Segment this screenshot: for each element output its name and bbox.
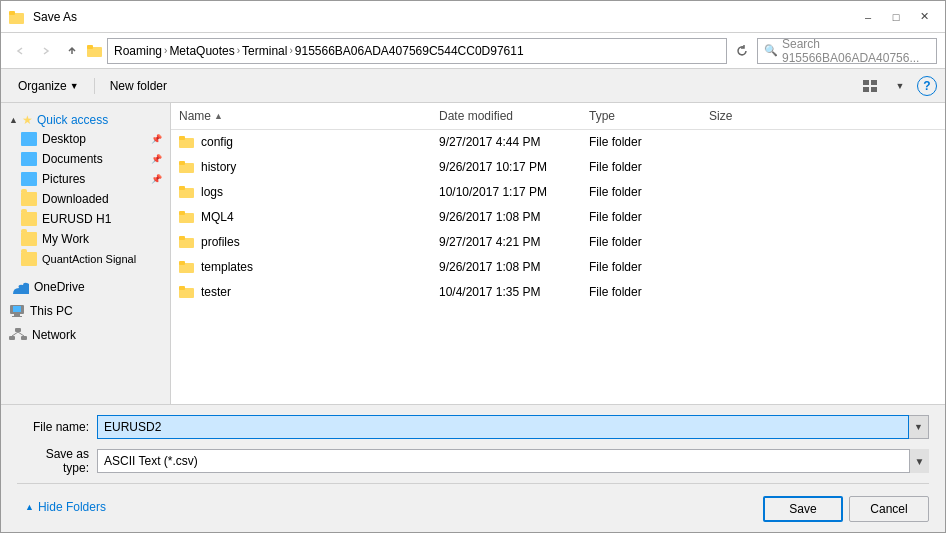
quantaction-folder-icon	[21, 252, 37, 266]
file-date: 9/27/2017 4:44 PM	[431, 133, 581, 151]
sidebar-mywork-label: My Work	[42, 232, 89, 246]
view-grid-button[interactable]	[857, 74, 883, 98]
table-row[interactable]: logs 10/10/2017 1:17 PM File folder	[171, 180, 945, 205]
new-folder-button[interactable]: New folder	[101, 74, 176, 98]
collapse-icon: ▲	[9, 115, 18, 125]
sidebar-pictures-label: Pictures	[42, 172, 85, 186]
title-bar-left: Save As	[9, 9, 77, 25]
minimize-button[interactable]: –	[855, 7, 881, 27]
sidebar-onedrive-label: OneDrive	[34, 280, 85, 294]
file-size	[701, 265, 781, 269]
svg-rect-4	[863, 80, 869, 85]
view-dropdown-icon: ▼	[896, 81, 905, 91]
folder-icon	[179, 235, 195, 249]
sidebar-thispc-label: This PC	[30, 304, 73, 318]
desktop-icon	[21, 132, 37, 146]
sidebar-item-network[interactable]: Network	[1, 325, 170, 345]
search-icon: 🔍	[764, 44, 778, 57]
folder-icon	[179, 185, 195, 199]
table-row[interactable]: history 9/26/2017 10:17 PM File folder	[171, 155, 945, 180]
breadcrumb-folder-icon	[87, 44, 103, 58]
pin-icon-docs: 📌	[151, 154, 162, 164]
documents-icon	[21, 152, 37, 166]
help-button[interactable]: ?	[917, 76, 937, 96]
filename-input[interactable]	[97, 415, 909, 439]
sidebar-item-documents[interactable]: Documents 📌	[1, 149, 170, 169]
col-header-size[interactable]: Size	[701, 107, 781, 125]
new-folder-label: New folder	[110, 79, 167, 93]
col-header-name[interactable]: Name ▲	[171, 107, 431, 125]
toolbar-right: ▼ ?	[857, 74, 937, 98]
back-button[interactable]	[9, 40, 31, 62]
folder-icon	[179, 160, 195, 174]
file-name: profiles	[201, 235, 240, 249]
svg-rect-30	[179, 286, 185, 290]
table-row[interactable]: config 9/27/2017 4:44 PM File folder	[171, 130, 945, 155]
hide-folders-button[interactable]: ▲ Hide Folders	[17, 496, 114, 518]
file-rows-container: config 9/27/2017 4:44 PM File folder his…	[171, 130, 945, 305]
breadcrumb-roaming: Roaming ›	[114, 44, 167, 58]
save-button[interactable]: Save	[763, 496, 843, 522]
dialog-window: Save As – □ ✕ Roaming › Met	[0, 0, 946, 533]
sidebar: ▲ ★ Quick access Desktop 📌 Documents 📌 P…	[1, 103, 171, 404]
table-row[interactable]: MQL4 9/26/2017 1:08 PM File folder	[171, 205, 945, 230]
file-list-header: Name ▲ Date modified Type Size	[171, 103, 945, 130]
up-button[interactable]	[61, 40, 83, 62]
svg-rect-24	[179, 211, 185, 215]
mywork-folder-icon	[21, 232, 37, 246]
filename-label: File name:	[17, 420, 97, 434]
svg-rect-10	[14, 314, 20, 316]
file-date: 10/4/2017 1:35 PM	[431, 283, 581, 301]
search-box[interactable]: 🔍 Search 915566BA06ADA40756...	[757, 38, 937, 64]
organize-button[interactable]: Organize ▼	[9, 74, 88, 98]
svg-rect-20	[179, 161, 185, 165]
pictures-icon	[21, 172, 37, 186]
table-row[interactable]: tester 10/4/2017 1:35 PM File folder	[171, 280, 945, 305]
folder-icon	[179, 210, 195, 224]
forward-button[interactable]	[35, 40, 57, 62]
file-size	[701, 165, 781, 169]
svg-line-16	[18, 332, 24, 336]
onedrive-icon	[9, 280, 29, 294]
thispc-icon	[9, 304, 25, 318]
savetype-select[interactable]: ASCII Text (*.csv) CSV (*.csv) All Files…	[97, 449, 929, 473]
sidebar-quick-access-header[interactable]: ▲ ★ Quick access	[1, 107, 170, 129]
bottom-panel: File name: ▼ Save as type: ASCII Text (*…	[1, 404, 945, 532]
sidebar-item-desktop[interactable]: Desktop 📌	[1, 129, 170, 149]
view-dropdown-button[interactable]: ▼	[887, 74, 913, 98]
table-row[interactable]: templates 9/26/2017 1:08 PM File folder	[171, 255, 945, 280]
filename-row: File name: ▼	[17, 415, 929, 439]
maximize-button[interactable]: □	[883, 7, 909, 27]
svg-rect-1	[9, 11, 15, 15]
file-name: tester	[201, 285, 231, 299]
file-size	[701, 240, 781, 244]
main-content: ▲ ★ Quick access Desktop 📌 Documents 📌 P…	[1, 103, 945, 404]
breadcrumb[interactable]: Roaming › MetaQuotes › Terminal › 915566…	[107, 38, 727, 64]
sidebar-item-thispc[interactable]: This PC	[1, 301, 170, 321]
refresh-button[interactable]	[731, 40, 753, 62]
file-date: 9/26/2017 1:08 PM	[431, 208, 581, 226]
close-button[interactable]: ✕	[911, 7, 937, 27]
file-type: File folder	[581, 208, 701, 226]
cancel-button[interactable]: Cancel	[849, 496, 929, 522]
col-header-type[interactable]: Type	[581, 107, 701, 125]
filename-dropdown-icon: ▼	[914, 422, 923, 432]
savetype-row: Save as type: ASCII Text (*.csv) CSV (*.…	[17, 447, 929, 475]
file-type: File folder	[581, 233, 701, 251]
sidebar-item-pictures[interactable]: Pictures 📌	[1, 169, 170, 189]
svg-rect-14	[21, 336, 27, 340]
svg-rect-13	[9, 336, 15, 340]
file-name: logs	[201, 185, 223, 199]
sidebar-item-eurusd[interactable]: EURUSD H1	[1, 209, 170, 229]
col-header-date[interactable]: Date modified	[431, 107, 581, 125]
file-date: 9/26/2017 10:17 PM	[431, 158, 581, 176]
sidebar-eurusd-label: EURUSD H1	[42, 212, 111, 226]
title-controls: – □ ✕	[855, 7, 937, 27]
sidebar-item-downloaded[interactable]: Downloaded	[1, 189, 170, 209]
sidebar-item-onedrive[interactable]: OneDrive	[1, 277, 170, 297]
svg-rect-11	[12, 316, 22, 317]
table-row[interactable]: profiles 9/27/2017 4:21 PM File folder	[171, 230, 945, 255]
network-icon	[9, 328, 27, 342]
sidebar-item-mywork[interactable]: My Work	[1, 229, 170, 249]
sidebar-item-quantaction[interactable]: QuantAction Signal	[1, 249, 170, 269]
